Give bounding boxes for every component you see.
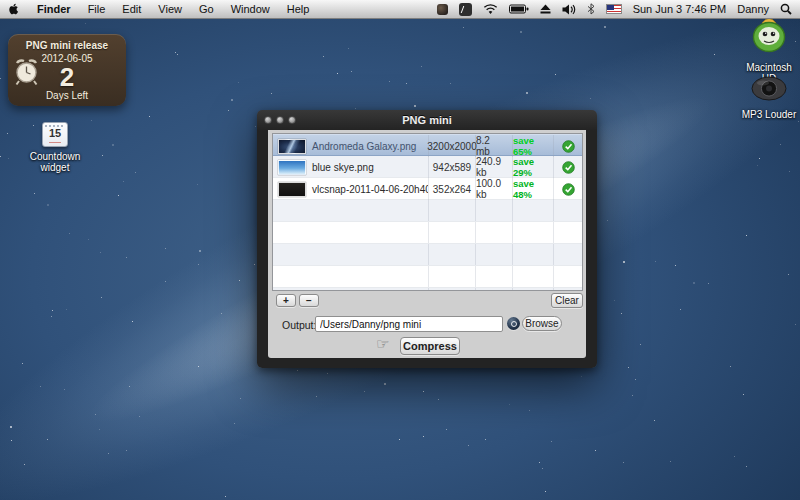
apple-menu-icon[interactable] bbox=[8, 2, 20, 16]
file-thumbnail bbox=[278, 160, 306, 175]
input-source-icon[interactable] bbox=[459, 3, 472, 16]
file-thumbnail bbox=[278, 139, 306, 154]
file-savings-cell: save 65% bbox=[513, 135, 554, 157]
empty-row bbox=[273, 200, 582, 222]
status-cell bbox=[554, 178, 582, 200]
menu-bar: Finder File Edit View Go Window Help bbox=[0, 0, 800, 19]
menu-app-name[interactable]: Finder bbox=[37, 3, 71, 15]
desktop-icon-label: MP3 Louder bbox=[733, 109, 800, 120]
add-file-button[interactable]: + bbox=[276, 294, 296, 307]
spotlight-icon[interactable] bbox=[780, 3, 792, 15]
minimize-button[interactable] bbox=[276, 116, 284, 124]
search-icon[interactable] bbox=[507, 317, 520, 330]
file-thumbnail bbox=[278, 182, 306, 197]
clear-button[interactable]: Clear bbox=[551, 293, 583, 308]
calendar-day: 15 bbox=[43, 127, 67, 139]
file-name-cell: vlcsnap-2011-04-06-20h40m36s165.png bbox=[273, 178, 429, 200]
file-name-cell: Andromeda Galaxy.png bbox=[273, 135, 429, 157]
countdown-widget[interactable]: PNG mini release 2012-06-05 2 Days Left bbox=[8, 34, 126, 106]
menu-extra-icon[interactable] bbox=[437, 4, 448, 15]
close-button[interactable] bbox=[264, 116, 272, 124]
empty-row bbox=[273, 266, 582, 288]
file-savings-cell: save 29% bbox=[513, 156, 554, 178]
desktop: Finder File Edit View Go Window Help bbox=[0, 0, 800, 500]
menu-item-help[interactable]: Help bbox=[287, 3, 310, 15]
remove-file-button[interactable]: − bbox=[299, 294, 319, 307]
empty-row bbox=[273, 222, 582, 244]
eject-icon[interactable] bbox=[540, 4, 551, 14]
input-language-flag-icon[interactable] bbox=[606, 4, 622, 14]
file-size-cell: 8.2 mb bbox=[476, 135, 513, 157]
file-table: Andromeda Galaxy.png 3200x2000 8.2 mb sa… bbox=[272, 133, 583, 291]
browse-button[interactable]: Browse bbox=[522, 316, 562, 331]
status-cell bbox=[554, 135, 582, 157]
file-savings-cell: save 48% bbox=[513, 178, 554, 200]
pointing-hand-icon: ☞ bbox=[376, 335, 389, 353]
wifi-icon[interactable] bbox=[483, 4, 498, 15]
green-check-icon bbox=[562, 140, 575, 153]
menu-item-view[interactable]: View bbox=[158, 3, 182, 15]
output-path-field[interactable] bbox=[315, 316, 503, 332]
window-title: PNG mini bbox=[257, 114, 597, 126]
zoom-button[interactable] bbox=[288, 116, 296, 124]
menu-item-window[interactable]: Window bbox=[231, 3, 270, 15]
bluetooth-icon[interactable] bbox=[587, 3, 595, 15]
speaker-icon bbox=[750, 87, 788, 104]
empty-row bbox=[273, 244, 582, 266]
menu-user[interactable]: Danny bbox=[737, 3, 769, 15]
file-dimensions-cell: 3200x2000 bbox=[429, 135, 476, 157]
file-size-cell: 240.9 kb bbox=[476, 156, 513, 178]
green-monster-drive-icon bbox=[748, 40, 790, 57]
compress-button[interactable]: Compress bbox=[400, 337, 460, 355]
file-dimensions-cell: 942x589 bbox=[429, 156, 476, 178]
menu-item-go[interactable]: Go bbox=[199, 3, 214, 15]
window-content: Andromeda Galaxy.png 3200x2000 8.2 mb sa… bbox=[268, 130, 586, 358]
file-size-cell: 100.0 kb bbox=[476, 178, 513, 200]
file-name-cell: blue skye.png bbox=[273, 156, 429, 178]
menu-item-edit[interactable]: Edit bbox=[122, 3, 141, 15]
png-mini-window: PNG mini Andromeda Galaxy.png 3200x2000 … bbox=[257, 110, 597, 368]
file-row[interactable]: blue skye.png 942x589 240.9 kb save 29% bbox=[273, 156, 582, 178]
green-check-icon bbox=[562, 183, 575, 196]
menu-clock[interactable]: Sun Jun 3 7:46 PM bbox=[633, 3, 727, 15]
countdown-widget-shortcut[interactable]: 15 Countdown widget bbox=[15, 122, 95, 173]
alarm-clock-icon bbox=[13, 58, 40, 92]
status-cell bbox=[554, 156, 582, 178]
file-dimensions-cell: 352x264 bbox=[429, 178, 476, 200]
output-label: Output: bbox=[282, 319, 316, 331]
file-row[interactable]: Andromeda Galaxy.png 3200x2000 8.2 mb sa… bbox=[273, 134, 582, 156]
volume-icon[interactable] bbox=[562, 4, 576, 15]
empty-row bbox=[273, 288, 582, 291]
calendar-icon: 15 bbox=[42, 122, 68, 147]
widget-title: PNG mini release bbox=[8, 40, 126, 51]
desktop-icon-mp3-louder[interactable]: MP3 Louder bbox=[733, 76, 800, 120]
title-bar[interactable]: PNG mini bbox=[257, 110, 597, 130]
desktop-icon-macintosh-hd[interactable]: Macintosh HD bbox=[733, 14, 800, 84]
shortcut-label: Countdown widget bbox=[15, 151, 95, 173]
green-check-icon bbox=[562, 161, 575, 174]
battery-icon[interactable] bbox=[509, 4, 529, 14]
file-row[interactable]: vlcsnap-2011-04-06-20h40m36s165.png 352x… bbox=[273, 178, 582, 200]
menu-item-file[interactable]: File bbox=[88, 3, 106, 15]
